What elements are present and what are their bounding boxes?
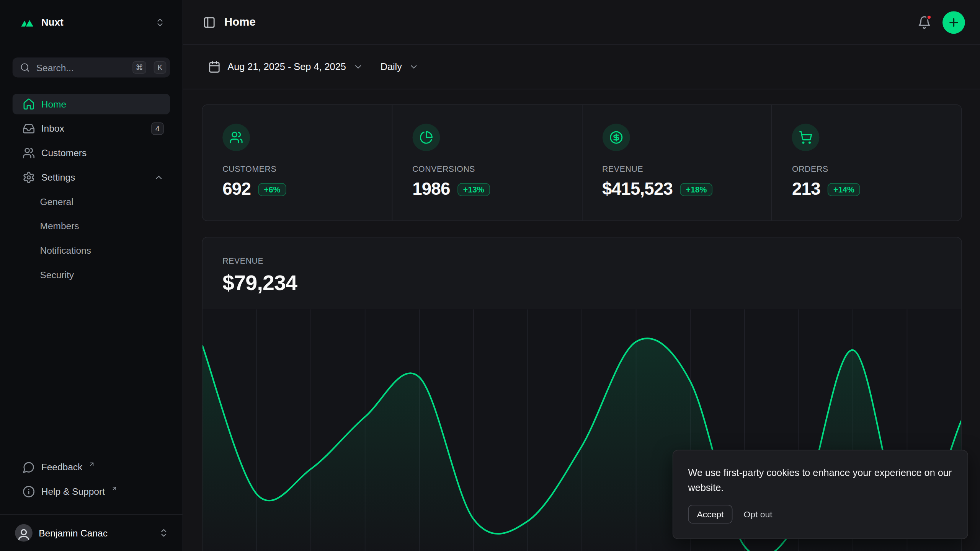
add-button[interactable]: [942, 11, 965, 34]
sidebar-item-settings-general[interactable]: General: [13, 191, 170, 212]
chevron-up-icon: [154, 172, 164, 182]
stat-conversions[interactable]: CONVERSIONS 1986 +13%: [392, 105, 581, 220]
message-circle-icon: [23, 461, 35, 473]
sidebar-item-label: Home: [41, 99, 66, 109]
optout-cookies-button[interactable]: Opt out: [740, 505, 776, 523]
user-strip: Benjamin Canac: [0, 514, 183, 551]
kbd-meta: ⌘: [132, 61, 146, 74]
external-link-icon: [89, 461, 95, 467]
stat-revenue[interactable]: REVENUE $415,523 +18%: [581, 105, 771, 220]
stats-row: CUSTOMERS 692 +6% CONVERSIONS 1986 +13%: [202, 104, 962, 221]
search-icon: [20, 62, 30, 72]
plus-icon: [947, 16, 960, 29]
revenue-chart-label: REVENUE: [222, 256, 941, 265]
stat-orders[interactable]: ORDERS 213 +14%: [771, 105, 961, 220]
workspace-switcher[interactable]: Nuxt: [13, 9, 170, 36]
dashboard-root: Nuxt Search... ⌘ K Home: [0, 0, 980, 551]
stat-delta-badge: +18%: [680, 183, 712, 196]
kbd-k: K: [154, 61, 167, 74]
page-title: Home: [224, 16, 256, 29]
sidebar-item-label: Settings: [41, 172, 75, 183]
user-name: Benjamin Canac: [39, 528, 152, 538]
search-placeholder: Search...: [36, 62, 125, 73]
sidebar: Nuxt Search... ⌘ K Home: [0, 0, 183, 551]
revenue-chart-header: REVENUE $79,234: [203, 237, 961, 309]
inbox-icon: [23, 122, 35, 135]
stat-delta-badge: +13%: [457, 183, 490, 196]
calendar-icon: [208, 60, 221, 73]
topbar-actions: [918, 11, 965, 34]
feedback-link[interactable]: Feedback: [13, 456, 170, 477]
cookie-banner: We use first-party cookies to enhance yo…: [673, 450, 968, 539]
cookie-actions: Accept Opt out: [688, 505, 953, 523]
external-link-icon: [111, 485, 117, 491]
period-label: Daily: [381, 61, 402, 72]
topbar: Home: [183, 0, 980, 45]
nuxt-logo-icon: [20, 15, 35, 30]
users-icon: [23, 147, 35, 159]
accept-cookies-button[interactable]: Accept: [688, 505, 733, 523]
pie-chart-icon: [412, 124, 440, 151]
search-input[interactable]: Search... ⌘ K: [13, 57, 170, 77]
users-icon: [222, 124, 250, 151]
avatar: [15, 524, 33, 542]
stat-value: 692: [222, 179, 251, 199]
cookie-message: We use first-party cookies to enhance yo…: [688, 465, 953, 495]
stat-value: 1986: [412, 179, 450, 199]
sidebar-item-inbox[interactable]: Inbox 4: [13, 118, 170, 139]
circle-dollar-icon: [602, 124, 630, 151]
chevron-down-icon: [353, 62, 363, 72]
sidebar-item-home[interactable]: Home: [13, 94, 170, 114]
stat-label: ORDERS: [792, 164, 941, 173]
inbox-count-badge: 4: [151, 122, 164, 135]
workspace-name: Nuxt: [41, 17, 149, 28]
cart-icon: [792, 124, 820, 151]
user-menu[interactable]: Benjamin Canac: [8, 520, 175, 546]
gear-icon: [23, 171, 35, 184]
stat-customers[interactable]: CUSTOMERS 692 +6%: [203, 105, 392, 220]
date-range-picker[interactable]: Aug 21, 2025 - Sep 4, 2025: [208, 60, 363, 73]
period-select[interactable]: Daily: [381, 61, 419, 72]
sidebar-footer: Feedback Help & Support: [13, 456, 170, 514]
notification-dot: [926, 14, 932, 20]
info-circle-icon: [23, 485, 35, 498]
chevron-down-icon: [409, 62, 419, 72]
stat-label: REVENUE: [602, 164, 751, 173]
sidebar-item-label: Customers: [41, 147, 87, 158]
stat-value: 213: [792, 179, 820, 199]
chevrons-up-down-icon: [159, 528, 169, 538]
sidebar-item-settings[interactable]: Settings: [13, 167, 170, 187]
notifications-button[interactable]: [918, 15, 931, 29]
panel-left-icon[interactable]: [203, 16, 216, 29]
stat-label: CONVERSIONS: [412, 164, 562, 173]
sidebar-item-settings-notifications[interactable]: Notifications: [13, 240, 170, 261]
stat-delta-badge: +14%: [828, 183, 860, 196]
sidebar-item-customers[interactable]: Customers: [13, 142, 170, 163]
sidebar-item-label: Inbox: [41, 123, 64, 134]
filters-toolbar: Aug 21, 2025 - Sep 4, 2025 Daily: [183, 45, 980, 90]
stat-label: CUSTOMERS: [222, 164, 372, 173]
sidebar-item-settings-security[interactable]: Security: [13, 264, 170, 285]
date-range-label: Aug 21, 2025 - Sep 4, 2025: [227, 61, 346, 72]
feedback-label: Feedback: [41, 462, 83, 473]
help-support-label: Help & Support: [41, 486, 105, 497]
revenue-chart-value: $79,234: [222, 271, 941, 295]
sidebar-item-settings-members[interactable]: Members: [13, 215, 170, 236]
sidebar-nav: Home Inbox 4 Customers Settings: [13, 94, 170, 289]
stat-value: $415,523: [602, 179, 673, 199]
home-icon: [23, 98, 35, 111]
chevrons-up-down-icon: [155, 18, 165, 28]
stat-delta-badge: +6%: [258, 183, 286, 196]
help-support-link[interactable]: Help & Support: [13, 481, 170, 502]
